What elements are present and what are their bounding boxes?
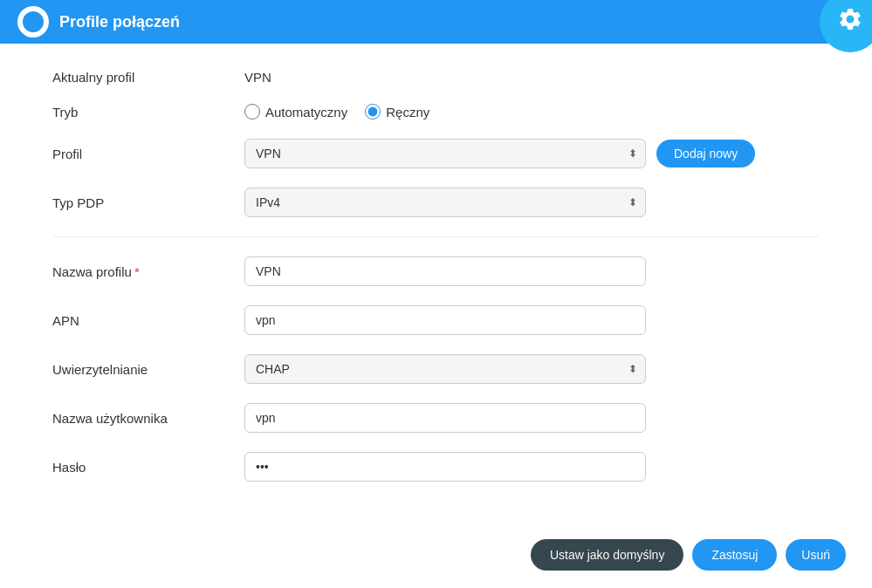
radio-auto[interactable] bbox=[244, 104, 260, 120]
profile-control-area: VPN ⬍ Dodaj nowy bbox=[244, 139, 820, 168]
pdp-row: Typ PDP IPv4 IPv6 IPv4v6 ⬍ bbox=[52, 188, 820, 217]
password-label: Hasło bbox=[52, 460, 244, 475]
delete-button[interactable]: Usuń bbox=[786, 539, 846, 571]
radio-group: Automatyczny Ręczny bbox=[244, 104, 429, 120]
divider bbox=[52, 236, 820, 237]
auth-row: Uwierzytelnianie CHAP PAP None ⬍ bbox=[52, 354, 820, 384]
profile-name-control bbox=[244, 256, 820, 286]
page-title: Profile połączeń bbox=[59, 13, 180, 31]
radio-manual-label[interactable]: Ręczny bbox=[365, 104, 429, 120]
pdp-select[interactable]: IPv4 IPv6 IPv4v6 bbox=[244, 188, 646, 217]
add-new-button[interactable]: Dodaj nowy bbox=[656, 140, 755, 168]
profile-select[interactable]: VPN bbox=[244, 139, 646, 168]
profile-select-wrapper: VPN ⬍ bbox=[244, 139, 646, 168]
profile-row: Profil VPN ⬍ Dodaj nowy bbox=[52, 139, 820, 168]
auth-control: CHAP PAP None ⬍ bbox=[244, 354, 820, 384]
form-content: Aktualny profil VPN Tryb Automatyczny Rę… bbox=[0, 44, 872, 588]
username-input[interactable] bbox=[244, 403, 646, 433]
password-input[interactable] bbox=[244, 452, 646, 482]
apn-label: APN bbox=[52, 313, 244, 328]
radio-auto-label[interactable]: Automatyczny bbox=[244, 104, 347, 120]
current-profile-label: Aktualny profil bbox=[52, 70, 244, 85]
pdp-control-area: IPv4 IPv6 IPv4v6 ⬍ bbox=[244, 188, 820, 217]
auth-select-wrapper: CHAP PAP None ⬍ bbox=[244, 354, 646, 384]
mode-label: Tryb bbox=[52, 105, 244, 120]
radio-auto-text: Automatyczny bbox=[265, 105, 347, 120]
pdp-label: Typ PDP bbox=[52, 195, 244, 210]
profile-name-row: Nazwa profilu* bbox=[52, 256, 820, 286]
header-logo bbox=[17, 6, 49, 38]
mode-row: Tryb Automatyczny Ręczny bbox=[52, 104, 820, 120]
footer-buttons: Ustaw jako domyślny Zastosuj Usuń bbox=[531, 522, 846, 571]
password-control bbox=[244, 452, 820, 482]
profile-label: Profil bbox=[52, 147, 244, 161]
username-label: Nazwa użytkownika bbox=[52, 411, 244, 426]
auth-label: Uwierzytelnianie bbox=[52, 362, 244, 377]
profile-name-label: Nazwa profilu* bbox=[52, 264, 244, 279]
header: Profile połączeń bbox=[0, 0, 872, 44]
current-profile-row: Aktualny profil VPN bbox=[52, 70, 820, 85]
set-default-button[interactable]: Ustaw jako domyślny bbox=[531, 539, 684, 571]
mode-radio-group: Automatyczny Ręczny bbox=[244, 104, 820, 120]
current-profile-value: VPN bbox=[244, 70, 271, 85]
apn-control bbox=[244, 305, 820, 335]
required-marker: * bbox=[134, 264, 140, 279]
apn-row: APN bbox=[52, 305, 820, 335]
apply-button[interactable]: Zastosuj bbox=[692, 539, 777, 571]
password-row: Hasło bbox=[52, 452, 820, 482]
logo-inner bbox=[23, 11, 44, 32]
apn-input[interactable] bbox=[244, 305, 646, 335]
username-row: Nazwa użytkownika bbox=[52, 403, 820, 433]
auth-select[interactable]: CHAP PAP None bbox=[244, 354, 646, 384]
radio-manual-text: Ręczny bbox=[386, 105, 429, 120]
pdp-select-wrapper: IPv4 IPv6 IPv4v6 ⬍ bbox=[244, 188, 646, 217]
radio-manual[interactable] bbox=[365, 104, 381, 120]
username-control bbox=[244, 403, 820, 433]
current-profile-value-area: VPN bbox=[244, 70, 820, 85]
profile-name-input[interactable] bbox=[244, 256, 646, 286]
gear-icon bbox=[837, 6, 863, 38]
